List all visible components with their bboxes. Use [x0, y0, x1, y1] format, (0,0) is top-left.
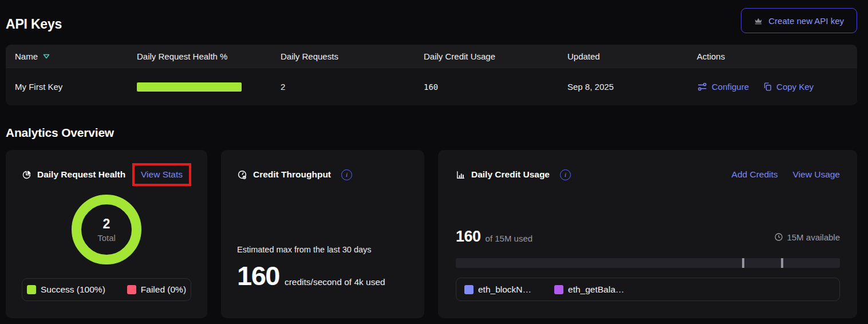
- usage-available: 15M available: [774, 232, 840, 242]
- dashboard: API Keys Create new API key Name Daily R…: [0, 0, 868, 318]
- throughput-note: Estimated max from the last 30 days: [237, 245, 408, 254]
- success-swatch: [27, 285, 36, 294]
- legend-item-failed: Failed (0%): [127, 285, 186, 295]
- usage-card-title: Daily Credit Usage: [471, 169, 550, 180]
- view-usage-link[interactable]: View Usage: [793, 169, 840, 180]
- throughput-value: 160: [237, 260, 279, 291]
- usage-used-value: 160: [456, 228, 481, 246]
- failed-swatch: [127, 285, 136, 294]
- usage-legend: eth_blockN… eth_getBala…: [456, 278, 840, 301]
- health-bar-fill: [137, 82, 242, 92]
- sort-chevron-down-icon[interactable]: [43, 54, 50, 59]
- info-icon[interactable]: i: [341, 169, 352, 180]
- eth-blocknumber-label: eth_blockN…: [478, 285, 531, 295]
- bar-chart-icon: [456, 170, 465, 180]
- pie-chart-icon: [22, 170, 31, 180]
- usage-used-suffix: of 15M used: [486, 234, 533, 243]
- daily-credit-usage-card: Daily Credit Usage i Add Credits View Us…: [438, 150, 857, 318]
- create-api-key-button[interactable]: Create new API key: [741, 8, 857, 33]
- configure-label: Configure: [712, 82, 749, 92]
- column-header-requests: Daily Requests: [281, 52, 424, 61]
- eth-getbalance-swatch: [554, 285, 563, 294]
- progress-tick-1: [742, 258, 744, 268]
- page-title: API Keys: [6, 17, 62, 32]
- clock-icon: [774, 232, 783, 242]
- usage-stats-row: 160 of 15M used 15M available: [456, 228, 840, 246]
- analytics-cards: Daily Request Health View Stats 2 Total …: [6, 150, 857, 318]
- copy-icon: [763, 82, 772, 92]
- progress-tick-2: [781, 258, 783, 268]
- legend-item-eth-blocknumber: eth_blockN…: [464, 285, 531, 295]
- crown-icon: [754, 17, 763, 25]
- cell-actions: Configure Copy Key: [697, 81, 857, 92]
- throughput-card-header: Credit Throughput i: [237, 161, 408, 188]
- table-row: My First Key 2 160 Sep 8, 2025 Configure: [6, 68, 857, 105]
- health-legend: Success (100%) Failed (0%): [22, 278, 191, 301]
- top-bar: API Keys Create new API key: [6, 0, 857, 35]
- eth-blocknumber-swatch: [464, 285, 474, 294]
- configure-button[interactable]: Configure: [697, 81, 749, 92]
- table-header-row: Name Daily Request Health % Daily Reques…: [6, 45, 857, 68]
- column-header-name: Name: [15, 52, 137, 61]
- throughput-value-suffix: credits/second of 4k used: [285, 277, 385, 287]
- usage-available-label: 15M available: [787, 232, 840, 242]
- cell-health-bar: [137, 82, 281, 92]
- legend-item-eth-getbalance: eth_getBala…: [554, 285, 624, 295]
- api-keys-table: Name Daily Request Health % Daily Reques…: [6, 45, 857, 105]
- usage-card-header: Daily Credit Usage i Add Credits View Us…: [456, 161, 840, 188]
- daily-request-health-card: Daily Request Health View Stats 2 Total …: [6, 150, 207, 318]
- donut-total-value: 2: [103, 216, 111, 232]
- highlight-box: View Stats: [132, 163, 191, 186]
- health-card-title: Daily Request Health: [37, 169, 125, 180]
- gauge-icon: [237, 169, 247, 180]
- usage-progress-bar: [456, 258, 840, 268]
- column-header-updated: Updated: [567, 52, 697, 61]
- sliders-icon: [697, 81, 708, 92]
- health-bar-track: [137, 82, 242, 92]
- add-credits-link[interactable]: Add Credits: [732, 169, 778, 180]
- info-icon[interactable]: i: [560, 169, 571, 180]
- success-label: Success (100%): [41, 285, 105, 295]
- column-header-health: Daily Request Health %: [137, 52, 281, 61]
- column-header-credit-usage: Daily Credit Usage: [424, 52, 567, 61]
- health-donut-wrap: 2 Total: [22, 195, 191, 264]
- cell-daily-requests: 2: [281, 82, 424, 92]
- eth-getbalance-label: eth_getBala…: [568, 285, 624, 295]
- copy-key-label: Copy Key: [776, 82, 814, 92]
- throughput-card-title: Credit Throughput: [253, 169, 331, 180]
- view-stats-link[interactable]: View Stats: [141, 169, 183, 179]
- legend-item-success: Success (100%): [27, 285, 105, 295]
- column-name-label: Name: [15, 52, 38, 61]
- column-header-actions: Actions: [697, 52, 857, 61]
- cell-daily-credit-usage: 160: [424, 82, 567, 92]
- analytics-title: Analytics Overview: [6, 126, 857, 140]
- cell-key-name: My First Key: [15, 82, 137, 92]
- credit-throughput-card: Credit Throughput i Estimated max from t…: [221, 150, 424, 318]
- health-donut-chart: 2 Total: [72, 195, 141, 264]
- cell-updated: Sep 8, 2025: [567, 82, 697, 92]
- throughput-value-row: 160 credits/second of 4k used: [237, 260, 408, 291]
- copy-key-button[interactable]: Copy Key: [763, 82, 814, 92]
- health-card-header: Daily Request Health View Stats: [22, 161, 191, 188]
- create-api-key-label: Create new API key: [768, 16, 844, 26]
- failed-label: Failed (0%): [141, 285, 186, 295]
- donut-total-label: Total: [97, 233, 116, 243]
